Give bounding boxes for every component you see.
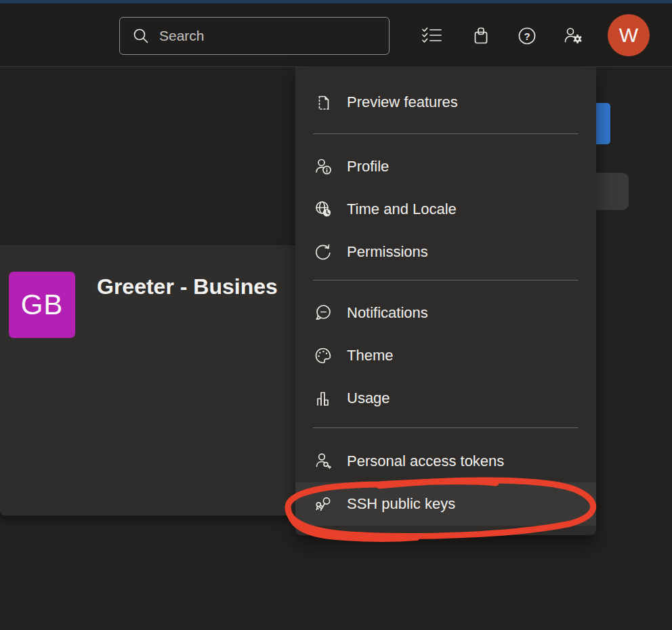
menu-item-personal-access-tokens[interactable]: Personal access tokens: [295, 440, 596, 482]
menu-item-label: Permissions: [347, 243, 428, 261]
menu-item-notifications[interactable]: Notifications: [295, 291, 596, 334]
user-settings-gear-icon: [562, 26, 584, 46]
menu-divider: [313, 427, 579, 428]
menu-item-label: Profile: [347, 158, 389, 175]
menu-item-theme[interactable]: Theme: [295, 334, 596, 377]
search-icon: [132, 27, 150, 45]
search-box[interactable]: [119, 17, 390, 55]
user-settings-dropdown-menu: Preview features Profile Time and Locale: [295, 67, 596, 535]
project-avatar-initials: GB: [21, 289, 64, 321]
marketplace-button[interactable]: [469, 24, 493, 48]
help-question-glyph: ?: [524, 30, 530, 42]
help-button[interactable]: ?: [515, 24, 539, 48]
menu-divider: [313, 280, 579, 280]
notifications-icon: [313, 303, 333, 323]
ssh-public-keys-icon: [313, 494, 333, 514]
menu-item-label: Time and Locale: [347, 201, 457, 218]
menu-item-label: Preview features: [347, 93, 458, 111]
app-window: GB Greeter - Busines: [0, 0, 672, 630]
profile-icon: [313, 156, 333, 177]
menu-item-usage[interactable]: Usage: [295, 377, 596, 419]
menu-item-label: Usage: [347, 390, 390, 407]
menu-item-preview-features[interactable]: Preview features: [295, 81, 596, 123]
menu-item-label: Notifications: [347, 304, 428, 322]
help-icon: ?: [517, 26, 537, 46]
permissions-refresh-icon: [313, 242, 333, 262]
gear-glyph: [574, 35, 581, 43]
menu-item-time-and-locale[interactable]: Time and Locale: [295, 188, 596, 230]
personal-access-tokens-icon: [313, 451, 333, 471]
usage-bar-chart-icon: [313, 388, 333, 408]
checklist-icon: [421, 26, 444, 46]
menu-divider: [313, 133, 579, 134]
preview-features-icon: [313, 92, 333, 112]
theme-palette-icon: [313, 345, 333, 366]
work-items-checklist-button[interactable]: [420, 24, 444, 48]
user-settings-button[interactable]: [561, 24, 585, 48]
search-input[interactable]: [159, 28, 377, 44]
project-title: Greeter - Busines: [97, 274, 278, 299]
user-avatar[interactable]: W: [608, 14, 650, 56]
top-navigation-bar: ? W: [0, 3, 672, 67]
menu-item-label: Personal access tokens: [347, 453, 504, 470]
user-avatar-initial: W: [619, 24, 638, 47]
project-avatar[interactable]: GB: [9, 272, 75, 338]
menu-item-permissions[interactable]: Permissions: [295, 230, 596, 273]
menu-item-profile[interactable]: Profile: [295, 145, 596, 188]
menu-item-label: SSH public keys: [347, 495, 455, 513]
menu-item-label: Theme: [347, 347, 393, 364]
menu-item-ssh-public-keys[interactable]: SSH public keys: [295, 482, 596, 526]
shopping-bag-icon: [471, 26, 491, 46]
time-locale-icon: [313, 199, 333, 219]
